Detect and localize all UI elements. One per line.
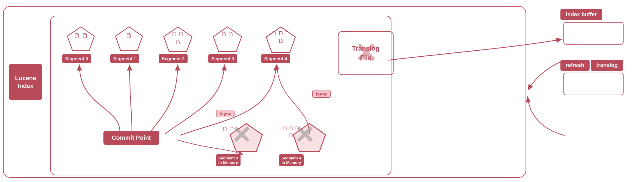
segment-4-group: 🗋 🗋 🗋 🗋 (264, 25, 297, 54)
segment-3-docs: 🗋 🗋 (219, 31, 237, 38)
lucene-index-label: Lucene Index (15, 74, 36, 90)
main-diagram-container: Lucene Index 🗋 🗋 Segment 0 🗋 S (3, 6, 526, 178)
inner-diagram-container: 🗋 🗋 Segment 0 🗋 Segment 1 🗋 (50, 16, 391, 175)
segment-2-label: Segment 2 (159, 54, 188, 63)
segment-3-group: 🗋 🗋 (212, 25, 243, 53)
segment-0-label: Segment 0 (62, 54, 91, 63)
segment-3-label: Segment 3 (208, 54, 237, 63)
refresh-label: refresh (560, 60, 590, 71)
fsync-label-left: fsync (216, 110, 235, 117)
segment-2-group: 🗋 🗋 🗋 (162, 25, 194, 53)
segment-3-pentagon (212, 25, 243, 53)
segment4-memory-x-icon: ✕ (294, 123, 314, 147)
translog-file-box: TranslogFile ✕ (338, 31, 394, 75)
translog-box (563, 73, 624, 95)
segment-2-docs: 🗋 🗋 🗋 (169, 31, 187, 46)
doc-icon-1a: 🗋 (126, 32, 132, 39)
segment-1-group: 🗋 (114, 25, 144, 52)
doc-icon-0b: 🗋 (82, 32, 88, 40)
segment-4-docs: 🗋 🗋 🗋 🗋 (271, 30, 291, 44)
lucene-index-box: Lucene Index (9, 64, 42, 100)
index-buffer-box (563, 22, 624, 45)
segment-1-docs: 🗋 (126, 32, 132, 40)
doc-icon-0a: 🗋 (74, 32, 80, 40)
translog-file-label: TranslogFile (352, 44, 380, 63)
segment-0-docs: 🗋 🗋 (74, 32, 88, 40)
commit-point-box: Commit Point (103, 131, 159, 145)
right-panel: index buffer refresh translog (560, 9, 639, 95)
translog-label: translog (591, 60, 623, 71)
segment-4-label: Segment 4 (261, 54, 290, 63)
segment3-memory-label: Segment 3In Memory (216, 154, 241, 166)
segment4-memory-label: Segment 4In Memory (279, 154, 304, 166)
segment3-memory-x-icon: ✕ (231, 123, 251, 147)
segment-1-label: Segment 1 (110, 54, 139, 63)
segment-0-group: 🗋 🗋 (66, 25, 96, 52)
fsync-label-right: fsync (312, 90, 331, 98)
index-buffer-label: index buffer (560, 9, 602, 20)
